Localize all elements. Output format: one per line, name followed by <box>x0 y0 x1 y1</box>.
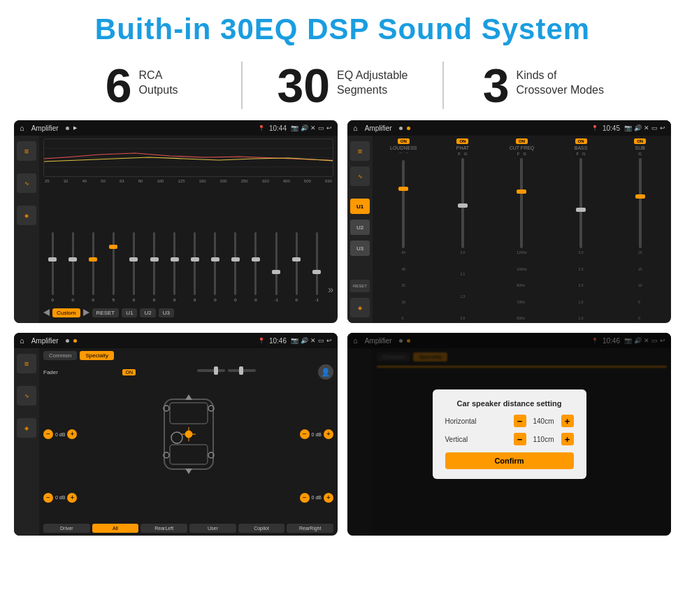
eq-col-5[interactable]: 0 <box>124 232 143 302</box>
fader-side: ≡ ∿ ◈ <box>14 348 39 536</box>
fader-h-slider2[interactable] <box>228 369 256 372</box>
xover-channels: ON LOUDNESS ⌒⌒ 644832160 <box>375 138 668 320</box>
rr-plus[interactable]: + <box>324 493 333 503</box>
bass-slider[interactable] <box>579 158 582 248</box>
eq-col-12[interactable]: -1 <box>267 232 285 302</box>
loudness-slider[interactable] <box>402 160 405 248</box>
eq-col-14[interactable]: -1 <box>308 232 326 302</box>
stat-line1-eq: EQ Adjustable <box>337 69 408 83</box>
eq-custom-btn[interactable]: Custom <box>52 308 80 317</box>
x-icon-2: ✕ <box>644 124 649 131</box>
tab-specialty[interactable]: Specialty <box>80 351 113 360</box>
fl-minus[interactable]: − <box>43 429 53 439</box>
eq-icon-btn[interactable]: ≡ <box>17 141 36 161</box>
cutfreq-on[interactable]: ON <box>516 138 528 144</box>
sub-slider[interactable] <box>639 158 642 248</box>
eq-col-7[interactable]: 0 <box>166 232 184 302</box>
dialog-box: Car speaker distance setting Horizontal … <box>433 389 586 479</box>
eq-col-1[interactable]: 0 <box>43 232 62 302</box>
eq-col-11[interactable]: 0 <box>247 232 265 302</box>
profile-icon[interactable]: 👤 <box>318 364 333 380</box>
rl-minus[interactable]: − <box>43 493 53 503</box>
fr-control: − 0 dB + <box>300 429 333 439</box>
sub-on[interactable]: ON <box>634 138 646 144</box>
dialog-vertical-control: − 110cm + <box>514 433 574 445</box>
tab-common[interactable]: Common <box>43 351 77 360</box>
fader-sliders <box>197 369 256 372</box>
status-bar-2: ⌂ Amplifier 📍 10:45 📷 🔊 ✕ ▭ ↩ <box>347 120 671 136</box>
btn-copilot[interactable]: Copilot <box>238 524 285 533</box>
confirm-button[interactable]: Confirm <box>445 452 574 469</box>
fader-h-slider1[interactable] <box>197 369 225 372</box>
fr-plus[interactable]: + <box>324 429 333 439</box>
vertical-plus-btn[interactable]: + <box>561 433 574 445</box>
eq-next-btn[interactable] <box>83 309 89 316</box>
eq-col-2[interactable]: 0 <box>64 232 82 302</box>
xover-u1-side[interactable]: U1 <box>350 199 370 214</box>
status-bar-3: ⌂ Amplifier 📍 10:46 📷🔊✕▭↩ <box>14 333 338 348</box>
xover-spk-icon[interactable]: ◈ <box>350 298 370 317</box>
vertical-minus-btn[interactable]: − <box>514 433 526 445</box>
cutfreq-label: CUT FREQ <box>510 145 535 150</box>
bass-on[interactable]: ON <box>575 138 587 144</box>
dot-2a <box>399 127 403 130</box>
cutfreq-fg: F G <box>517 152 526 156</box>
fader-bottom-btns: Driver All RearLeft User Copilot RearRig… <box>43 524 333 533</box>
speaker-layout: − 0 dB + <box>43 384 333 521</box>
fader-eq-icon[interactable]: ≡ <box>17 354 36 373</box>
phat-slider[interactable] <box>461 158 464 248</box>
btn-rearleft[interactable]: RearLeft <box>140 524 187 533</box>
eq-col-6[interactable]: 0 <box>145 232 163 302</box>
back-icon-2: ↩ <box>660 124 665 131</box>
dialog-vertical-label: Vertical <box>445 436 468 443</box>
eq-u1-btn[interactable]: U1 <box>122 308 137 317</box>
fader-wave-icon[interactable]: ∿ <box>17 386 36 406</box>
eq-prev-btn[interactable] <box>43 309 50 316</box>
eq-col-8[interactable]: 0 <box>186 232 204 302</box>
wave-icon-btn[interactable]: ∿ <box>17 173 36 193</box>
stat-line1-crossover: Kinds of <box>517 69 604 83</box>
sub-label: SUB <box>635 145 644 150</box>
xover-u3-side[interactable]: U3 <box>350 241 370 256</box>
cam-icon-1: 📷 <box>291 124 298 131</box>
eq-col-10[interactable]: 0 <box>226 232 245 302</box>
x-icon-1: ✕ <box>310 124 316 131</box>
eq-reset-btn[interactable]: RESET <box>92 308 120 317</box>
btn-all[interactable]: All <box>92 524 139 533</box>
eq-col-4[interactable]: 5 <box>104 232 122 302</box>
home-icon-3: ⌂ <box>20 336 24 345</box>
time-1: 10:44 <box>269 124 287 132</box>
xover-eq-icon[interactable]: ≡ <box>350 141 370 161</box>
eq-more-btn[interactable]: » <box>328 284 333 302</box>
btn-driver[interactable]: Driver <box>43 524 90 533</box>
fl-control: − 0 dB + <box>43 429 77 439</box>
eq-sliders-area: 0 0 0 5 0 0 0 0 0 0 0 -1 0 -1 » <box>43 186 333 302</box>
phat-on[interactable]: ON <box>456 138 468 144</box>
btn-rearright[interactable]: RearRight <box>287 524 333 533</box>
eq-col-3[interactable]: 0 <box>84 232 102 302</box>
eq-col-9[interactable]: 0 <box>206 232 224 302</box>
horizontal-plus-btn[interactable]: + <box>561 415 574 427</box>
eq-u3-btn[interactable]: U3 <box>159 308 174 317</box>
fader-spk-icon[interactable]: ◈ <box>17 418 36 438</box>
btn-user[interactable]: User <box>189 524 236 533</box>
speaker-icon-btn[interactable]: ◈ <box>17 206 36 225</box>
fr-minus[interactable]: − <box>300 429 310 439</box>
horizontal-minus-btn[interactable]: − <box>514 415 526 427</box>
bass-label: BASS <box>575 145 588 150</box>
xover-ch-sub: ON SUB G 20151050 <box>612 138 668 320</box>
fl-plus[interactable]: + <box>67 429 77 439</box>
xover-u2-side[interactable]: U2 <box>350 220 370 235</box>
stats-row: 6 RCA Outputs 30 EQ Adjustable Segments … <box>0 56 685 120</box>
cutfreq-slider[interactable] <box>520 158 523 248</box>
app-name-1: Amplifier <box>31 124 59 132</box>
eq-col-13[interactable]: 0 <box>287 232 305 302</box>
rr-minus[interactable]: − <box>300 493 310 503</box>
eq-u2-btn[interactable]: U2 <box>140 308 155 317</box>
page-title: Buith-in 30EQ DSP Sound System <box>14 13 671 46</box>
eq-freq-labels: 2532 4050 6380 100125 160200 250320 4005… <box>43 179 333 183</box>
xover-wave-icon[interactable]: ∿ <box>350 166 370 186</box>
loudness-on[interactable]: ON <box>398 138 410 144</box>
rl-plus[interactable]: + <box>67 493 77 503</box>
xover-reset-side[interactable]: RESET <box>350 280 370 292</box>
